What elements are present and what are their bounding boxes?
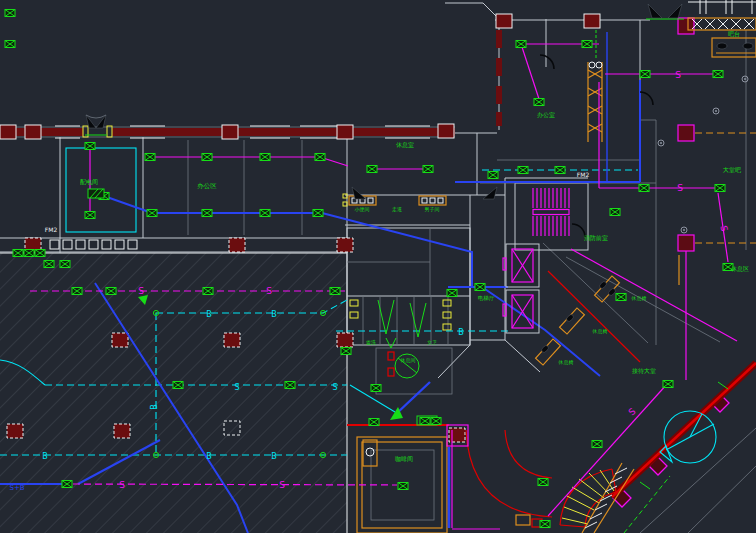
room-label-office: 办公区 (197, 182, 217, 190)
room-label-elevator-lobby: 电梯厅 (478, 295, 495, 301)
room-label-mens: 男子间 (425, 206, 440, 213)
room-label-corridor: 走道 (392, 206, 402, 213)
wire-mark-s: S (119, 480, 125, 490)
fire-door-mark: FM2 (45, 226, 58, 233)
wire-mark-s: S (332, 383, 337, 392)
room-label-lounge: 休息室 (396, 141, 414, 148)
bench-label: 休息椅 (592, 328, 608, 334)
wire-mark-s: S (279, 480, 285, 490)
cad-viewport[interactable]: 配电间办公区休息室小便间走道男子间盥洗女卫休息间电梯厅消防前室办公室吧台大堂吧休… (0, 0, 756, 533)
wire-mark-b: B (206, 452, 212, 461)
wire-mark-b: B (42, 452, 48, 461)
fire-door-mark: FM2 (577, 171, 590, 178)
wire-mark-b: B (271, 452, 277, 461)
wire-mark-b: B (458, 328, 464, 337)
wire-mark-s: S (234, 383, 239, 392)
wire-mark-s: S (675, 70, 681, 80)
room-label-wash: 盥洗 (366, 339, 376, 346)
wire-mark-sb: S+B (9, 484, 24, 492)
room-label-power-room: 配电间 (80, 178, 98, 186)
room-label-office-2: 办公室 (537, 111, 555, 118)
room-label-reception-lobby: 接待大堂 (632, 367, 656, 375)
floorplan-canvas[interactable]: 配电间办公区休息室小便间走道男子间盥洗女卫休息间电梯厅消防前室办公室吧台大堂吧休… (0, 0, 756, 533)
room-label-fire-lobby: 消防前室 (584, 234, 608, 242)
room-label-urinal: 小便间 (355, 206, 370, 213)
wire-mark-s: S (138, 286, 144, 296)
wire-mark-b: B (206, 310, 212, 319)
wire-mark-b: B (271, 310, 277, 319)
room-label-bar: 吧台 (728, 30, 740, 38)
wire-mark-s: S (677, 183, 683, 193)
bench-label: 休息椅 (631, 295, 647, 301)
bench-label: 休息椅 (558, 359, 574, 365)
wire-mark-b: B (150, 404, 159, 410)
hatch-region (0, 253, 347, 533)
room-label-rest-area: 休息区 (731, 265, 749, 272)
room-label-rest: 休息间 (400, 357, 416, 364)
room-label-lobby-bar: 大堂吧 (723, 166, 741, 173)
wire-mark-s: S (266, 286, 272, 296)
room-label-cafe: 咖啡间 (395, 455, 413, 463)
room-label-womens: 女卫 (427, 339, 437, 345)
